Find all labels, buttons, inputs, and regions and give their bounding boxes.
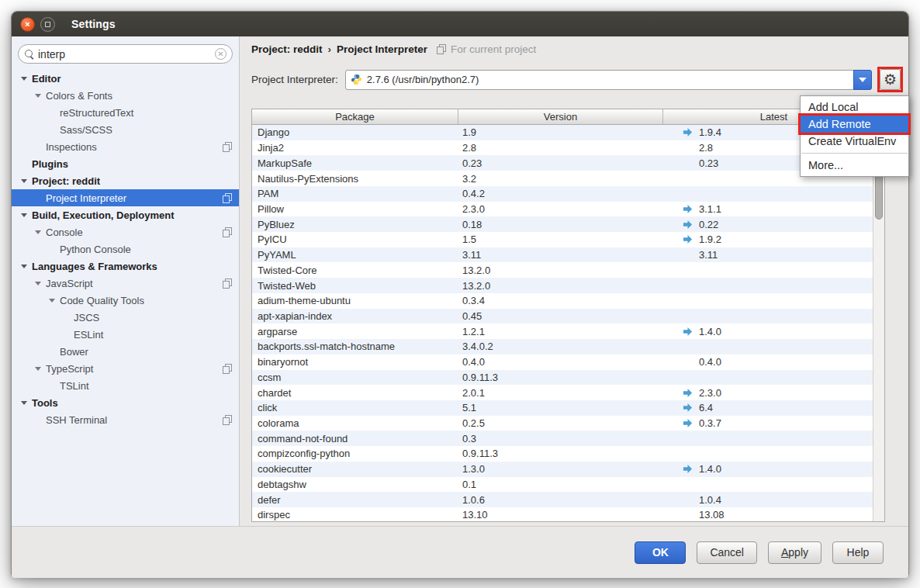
package-name: click: [252, 402, 458, 413]
tree-item-code-quality-tools[interactable]: Code Quality Tools: [12, 292, 239, 309]
tree-item-tools[interactable]: Tools: [12, 394, 239, 411]
expand-arrow-icon[interactable]: [49, 299, 55, 303]
expand-arrow-icon[interactable]: [35, 282, 41, 285]
tree-item-restructuredtext[interactable]: reStructuredText: [12, 104, 239, 121]
table-row-nautilus-pyextensions[interactable]: Nautilus-PyExtensions3.2: [252, 171, 884, 186]
scope-note: For current project: [451, 43, 536, 55]
table-row-pybluez[interactable]: PyBluez0.180.22: [252, 216, 884, 232]
table-row-dirspec[interactable]: dirspec13.1013.08: [252, 507, 884, 522]
expand-arrow-icon[interactable]: [21, 265, 27, 268]
table-row-argparse[interactable]: argparse1.2.11.4.0: [252, 323, 884, 339]
table-row-binaryornot[interactable]: binaryornot0.4.00.4.0: [252, 355, 884, 370]
tree-item-console[interactable]: Console: [12, 223, 239, 240]
ok-button[interactable]: OK: [635, 541, 686, 564]
package-version: 0.4.0: [458, 356, 663, 368]
expand-arrow-icon[interactable]: [21, 179, 27, 183]
package-version: 0.9.11.3: [458, 372, 663, 383]
window-title: Settings: [71, 18, 116, 30]
table-row-twisted-web[interactable]: Twisted-Web13.2.0: [252, 278, 884, 293]
table-row-adium-theme-ubuntu[interactable]: adium-theme-ubuntu0.3.4: [252, 293, 884, 309]
scrollbar-thumb[interactable]: [875, 173, 883, 220]
table-row-pam[interactable]: PAM0.4.2: [252, 186, 884, 202]
table-row-pyyaml[interactable]: PyYAML3.113.11: [252, 247, 884, 263]
table-scrollbar[interactable]: [873, 125, 884, 521]
package-name: adium-theme-ubuntu: [252, 295, 458, 306]
close-button[interactable]: ×: [20, 17, 35, 32]
gear-button[interactable]: ⚙: [880, 69, 901, 90]
interpreter-select[interactable]: 2.7.6 (/usr/bin/python2.7): [345, 70, 872, 90]
column-header-package[interactable]: Package: [252, 109, 458, 124]
package-version: 0.2.5: [458, 417, 663, 429]
apply-button[interactable]: Apply: [768, 541, 821, 564]
table-row-pyicu[interactable]: PyICU1.51.9.2: [252, 232, 884, 247]
menu-item-add-remote[interactable]: Add Remote: [801, 116, 908, 133]
upgrade-arrow-icon: [683, 418, 693, 428]
copy-icon: [223, 364, 232, 374]
package-version: 3.11: [458, 249, 663, 261]
maximize-button[interactable]: [40, 17, 55, 32]
latest-version-text: 1.0.4: [699, 494, 721, 506]
package-name: binaryornot: [252, 356, 458, 368]
expand-arrow-icon[interactable]: [35, 367, 41, 371]
tree-item-build-execution-deployment[interactable]: Build, Execution, Deployment: [12, 206, 239, 223]
expand-arrow-icon[interactable]: [21, 401, 27, 405]
expand-arrow-icon[interactable]: [21, 77, 27, 81]
expand-arrow-icon[interactable]: [21, 213, 27, 217]
tree-item-javascript[interactable]: JavaScript: [12, 275, 239, 292]
table-row-apt-xapian-index[interactable]: apt-xapian-index0.45: [252, 309, 884, 324]
table-row-pillow[interactable]: Pillow2.3.03.1.1: [252, 202, 884, 217]
expand-arrow-icon[interactable]: [35, 230, 41, 234]
search-input[interactable]: [38, 48, 215, 61]
table-row-command-not-found[interactable]: command-not-found0.3: [252, 431, 884, 446]
package-version: 2.8: [458, 142, 663, 154]
tree-item-jscs[interactable]: JSCS: [12, 309, 239, 326]
table-row-chardet[interactable]: chardet2.0.12.3.0: [252, 385, 884, 400]
table-row-backports-ssl-match-hostname[interactable]: backports.ssl-match-hostname3.4.0.2: [252, 339, 884, 355]
expand-arrow-icon[interactable]: [35, 94, 41, 98]
cancel-button[interactable]: Cancel: [697, 541, 757, 564]
latest-version-text: 6.4: [699, 402, 713, 413]
table-row-debtagshw[interactable]: debtagshw0.1: [252, 477, 884, 493]
interpreter-dropdown-button[interactable]: [853, 70, 872, 90]
package-latest: 2.3.0: [663, 387, 884, 399]
tree-item-typescript[interactable]: TypeScript: [12, 360, 239, 377]
table-row-defer[interactable]: defer1.0.61.0.4: [252, 492, 884, 507]
package-name: dirspec: [252, 509, 458, 521]
latest-version-text: 3.1.1: [699, 203, 721, 215]
tree-item-languages-frameworks[interactable]: Languages & Frameworks: [12, 258, 239, 275]
table-row-colorama[interactable]: colorama0.2.50.3.7: [252, 416, 884, 431]
tree-item-editor[interactable]: Editor: [12, 70, 239, 87]
column-header-version[interactable]: Version: [458, 109, 663, 124]
tree-item-label: JavaScript: [46, 278, 93, 289]
table-row-click[interactable]: click5.16.4: [252, 400, 884, 416]
tree-item-tslint[interactable]: TSLint: [12, 377, 239, 394]
table-row-cookiecutter[interactable]: cookiecutter1.3.01.4.0: [252, 462, 884, 477]
table-row-jinja2[interactable]: Jinja22.82.8: [252, 140, 884, 156]
latest-version-text: 2.3.0: [699, 387, 721, 399]
package-latest: 1.4.0: [663, 463, 884, 475]
tree-item-sass-scss[interactable]: Sass/SCSS: [12, 121, 239, 138]
table-row-django[interactable]: Django1.91.9.4: [252, 125, 884, 140]
tree-item-colors-fonts[interactable]: Colors & Fonts: [12, 87, 239, 104]
tree-item-ssh-terminal[interactable]: SSH Terminal: [12, 411, 239, 428]
table-row-markupsafe[interactable]: MarkupSafe0.230.23: [252, 155, 884, 171]
table-row-twisted-core[interactable]: Twisted-Core13.2.0: [252, 262, 884, 278]
tree-item-bower[interactable]: Bower: [12, 343, 239, 360]
table-row-ccsm[interactable]: ccsm0.9.11.3: [252, 370, 884, 386]
tree-item-project-reddit[interactable]: Project: reddit: [12, 172, 239, 189]
clear-search-icon[interactable]: ✕: [215, 48, 227, 60]
menu-separator: [801, 153, 908, 154]
tree-item-inspections[interactable]: Inspections: [12, 138, 239, 155]
tree-item-python-console[interactable]: Python Console: [12, 240, 239, 258]
table-row-compizconfig-python[interactable]: compizconfig-python0.9.11.3: [252, 446, 884, 462]
help-button[interactable]: Help: [832, 541, 884, 564]
tree-item-label: Build, Execution, Deployment: [32, 209, 174, 221]
tree-item-project-interpreter[interactable]: Project Interpreter: [12, 189, 239, 206]
tree-item-eslint[interactable]: ESLint: [12, 326, 239, 343]
tree-item-plugins[interactable]: Plugins: [12, 155, 239, 172]
menu-item-more[interactable]: More...: [801, 157, 908, 174]
menu-item-create-virtualenv[interactable]: Create VirtualEnv: [801, 133, 908, 150]
menu-item-add-local[interactable]: Add Local: [801, 99, 908, 116]
search-box[interactable]: ✕: [18, 44, 233, 64]
title-bar[interactable]: × Settings: [12, 12, 908, 36]
